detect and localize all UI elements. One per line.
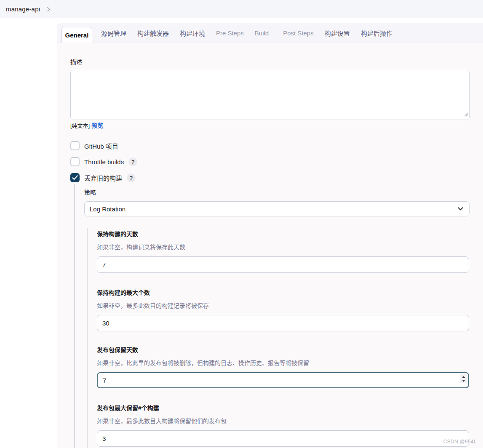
breadcrumb-bar: manage-api xyxy=(0,0,483,18)
log-rotation-section: 保持构建的天数 如果非空，构建记录将保存此天数 保持构建的最大个数 如果非空，最… xyxy=(87,228,470,448)
tab-build-triggers[interactable]: 构建触发器 xyxy=(132,24,174,42)
tab-general[interactable]: General xyxy=(61,27,92,43)
stepper-up-icon[interactable] xyxy=(462,376,465,378)
strategy-label: 策略 xyxy=(84,188,470,196)
days-to-keep-group: 保持构建的天数 如果非空，构建记录将保存此天数 xyxy=(97,229,470,273)
github-project-label[interactable]: GitHub 项目 xyxy=(84,141,118,150)
artifact-days-to-keep-label: 发布包保留天数 xyxy=(97,345,470,354)
discard-old-builds-label[interactable]: 丢弃旧的构建 xyxy=(84,173,122,182)
chevron-down-icon xyxy=(458,207,463,211)
artifact-days-to-keep-help: 如果非空，比此早的发布包将被删除，但构建的日志、操作历史、报告等将被保留 xyxy=(97,358,470,367)
watermark: CSDN @954L xyxy=(443,439,477,445)
description-textarea[interactable] xyxy=(70,70,470,120)
artifact-max-builds-label: 发布包最大保留#个构建 xyxy=(97,403,470,412)
throttle-builds-row: Throttle builds ? xyxy=(70,157,470,166)
days-to-keep-input[interactable] xyxy=(97,256,469,273)
tab-build-settings[interactable]: 构建设置 xyxy=(319,24,355,42)
general-tab-content: 描述 [纯文本]预览 GitHub 项目 Throttle builds ? 丢… xyxy=(57,43,483,448)
artifact-max-builds-group: 发布包最大保留#个构建 如果非空，最多此数目大构建将保留他们的发布包 xyxy=(97,403,470,447)
tab-source-code-management[interactable]: 源码管理 xyxy=(96,24,132,42)
max-builds-to-keep-help: 如果非空，最多此数目的构建记录将被保存 xyxy=(97,301,470,309)
discard-old-builds-checkbox[interactable] xyxy=(70,173,80,182)
artifact-max-builds-help: 如果非空，最多此数目大构建将保留他们的发布包 xyxy=(97,416,470,425)
strategy-select[interactable]: Log Rotation xyxy=(84,201,470,216)
tab-pre-steps[interactable]: Pre Steps xyxy=(211,24,249,42)
strategy-select-value: Log Rotation xyxy=(90,205,458,213)
github-project-checkbox[interactable] xyxy=(70,141,80,150)
artifact-days-to-keep-group: 发布包保留天数 如果非空，比此早的发布包将被删除，但构建的日志、操作历史、报告等… xyxy=(97,345,470,388)
tab-build[interactable]: Build xyxy=(249,24,274,42)
github-project-row: GitHub 项目 xyxy=(70,141,470,150)
max-builds-to-keep-input[interactable] xyxy=(97,315,469,331)
tab-post-build-actions[interactable]: 构建后操作 xyxy=(355,24,398,42)
description-preview-link[interactable]: 预览 xyxy=(91,122,103,129)
number-stepper[interactable] xyxy=(460,374,467,383)
discard-old-builds-section: 策略 Log Rotation 保持构建的天数 如果非空，构建记录将保存此天数 … xyxy=(74,184,470,448)
throttle-builds-help-icon[interactable]: ? xyxy=(128,157,137,166)
throttle-builds-label[interactable]: Throttle builds xyxy=(84,158,124,165)
chevron-right-icon xyxy=(47,7,51,12)
max-builds-to-keep-label: 保持构建的最大个数 xyxy=(97,288,470,296)
tab-post-steps[interactable]: Post Steps xyxy=(278,24,319,42)
config-card: General 源码管理 构建触发器 构建环境 Pre Steps Build … xyxy=(57,24,483,448)
description-mode-hint: [纯文本] xyxy=(70,123,90,129)
throttle-builds-checkbox[interactable] xyxy=(70,157,80,166)
days-to-keep-help: 如果非空，构建记录将保存此天数 xyxy=(97,243,470,251)
tab-build-environment[interactable]: 构建环境 xyxy=(174,24,211,42)
artifact-max-builds-input[interactable] xyxy=(97,430,469,447)
description-label: 描述 xyxy=(70,57,470,66)
days-to-keep-label: 保持构建的天数 xyxy=(97,229,470,238)
stepper-down-icon[interactable] xyxy=(462,380,465,382)
discard-old-builds-row: 丢弃旧的构建 ? xyxy=(70,173,470,182)
breadcrumb-job-name[interactable]: manage-api xyxy=(6,5,40,13)
config-tab-bar: General 源码管理 构建触发器 构建环境 Pre Steps Build … xyxy=(57,24,483,43)
discard-old-builds-help-icon[interactable]: ? xyxy=(127,173,136,182)
max-builds-to-keep-group: 保持构建的最大个数 如果非空，最多此数目的构建记录将被保存 xyxy=(97,288,470,331)
artifact-days-to-keep-input[interactable] xyxy=(97,372,469,388)
